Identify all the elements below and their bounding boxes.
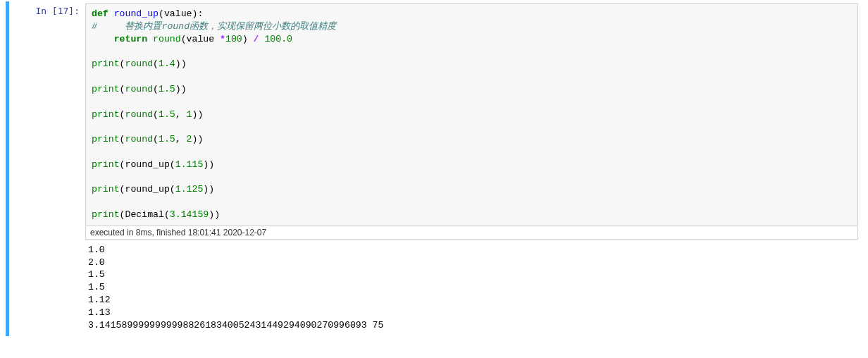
num: 1.125 [175,184,204,195]
func-call: round_up [125,159,170,170]
builtin-print: print [92,109,120,120]
output-line: 2.0 [88,257,105,268]
execution-timing: executed in 8ms, finished 18:01:41 2020-… [85,226,858,240]
keyword-def: def [92,8,108,19]
cell-main: def round_up(value): # 替换内置round函数，实现保留两… [85,3,862,335]
comment: # 替换内置round函数，实现保留两位小数的取值精度 [92,21,336,32]
builtin-print: print [92,159,120,170]
in-label: In [35,6,51,16]
arg: value [164,8,192,19]
builtin-print: print [92,209,120,220]
code-input[interactable]: def round_up(value): # 替换内置round函数，实现保留两… [85,3,858,226]
num: 1.4 [159,58,175,69]
num: 1.115 [175,159,204,170]
builtin-print: print [92,184,120,195]
num: 1.5 [159,134,175,144]
paren: ) [242,34,254,44]
paren: ( [159,8,164,19]
num: 1 [187,109,192,120]
func-name: round_up [114,8,159,19]
output-line: 1.12 [88,295,111,305]
input-prompt: In [17]: [9,3,85,335]
num: 100.0 [264,34,292,44]
builtin-round: round [125,58,154,69]
builtin-round: round [125,84,154,94]
stdout-output: 1.0 2.0 1.5 1.5 1.12 1.13 3.141589999999… [85,240,858,335]
builtin-print: print [92,58,120,69]
output-line: 1.13 [88,307,111,318]
output-line: 1.0 [88,245,105,255]
colon: : [197,8,203,19]
num: 1.5 [159,84,175,94]
notebook-cell: In [17]: def round_up(value): # 替换内置roun… [6,1,862,336]
arg: value [187,34,220,44]
exec-count: [17]: [52,6,80,16]
builtin-print: print [92,84,120,94]
builtin-round: round [153,34,181,44]
keyword-return: return [114,34,147,44]
num: 2 [187,134,192,144]
output-line: 1.5 [88,269,105,280]
op-mul: * [220,34,225,44]
builtin-round: round [125,134,154,144]
num: 100 [225,34,242,44]
num: 3.14159 [170,209,209,220]
output-line: 1.5 [88,282,105,292]
func-call: round_up [125,184,170,195]
output-line: 3.14158999999999988261834005243144929409… [88,320,383,331]
builtin-round: round [125,109,154,120]
num: 1.5 [159,109,175,120]
builtin-print: print [92,134,120,144]
class-decimal: Decimal [125,209,164,220]
